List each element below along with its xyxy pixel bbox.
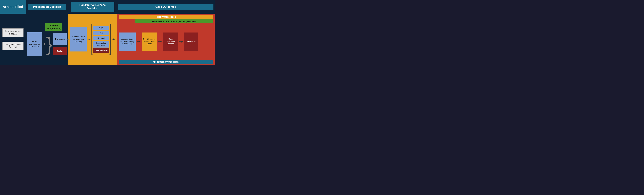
main-container: Arrests Filed Prosecution Decision Bail/… (0, 0, 215, 65)
section-prosecution: Diversion Programming Arrest reviewed by… (26, 14, 68, 65)
felony-track-text: Felony Cases Track (156, 16, 176, 18)
court-hearings-box: Court Hearings Motions Plea Offers (142, 33, 157, 51)
live-label: Live (Defendant in Custody) (5, 44, 21, 48)
live-box: Live (Defendant in Custody) (2, 42, 24, 50)
prosecute-label: Prosecute (55, 38, 65, 40)
supervision-box: Supervision/ Monitoring (93, 41, 110, 48)
outcomes-header-box: Case Outcomes (118, 4, 214, 10)
arrest-reviewed-box: Arrest reviewed by prosecutor (27, 32, 42, 56)
supreme-court-label: Supreme Court Indictment Felony Cases On… (120, 38, 134, 45)
felony-track-label: Felony Cases Track (119, 15, 213, 19)
bail-label: Bail (100, 32, 103, 34)
bail-option-box: Bail (93, 31, 110, 35)
sentencing-box: Sentencing (184, 33, 198, 51)
header-prosecution: Prosecution Decision (26, 0, 68, 14)
ror-label: ROR (99, 27, 104, 29)
court-hearings-label: Court Hearings Motions Plea Offers (143, 38, 156, 45)
section-outcomes: Felony Cases Track Alternative to Incarc… (117, 14, 215, 65)
bail-header-box: Bail/Pretrial Release Decision (71, 2, 114, 12)
ati-label: Alternative to Incarceration (ATI) Progr… (152, 20, 196, 23)
content-row: Desk Appearance Ticket (DAT) Live (Defen… (0, 14, 215, 65)
ror-box: ROR (93, 26, 110, 30)
case-disposition-label: Case Disposition/ Outcome (164, 38, 177, 45)
arrests-title: Arrests Filed (3, 5, 23, 9)
supervision-label: Supervision/ Monitoring (96, 42, 106, 46)
header-bail: Bail/Pretrial Release Decision (68, 0, 117, 14)
decline-label: Decline (56, 50, 64, 52)
dat-box: Desk Appearance Ticket (DAT) (2, 28, 24, 37)
prosecute-box: Prosecute (53, 33, 66, 45)
sentencing-label: Sentencing (186, 40, 196, 43)
case-disposition-box: Case Disposition/ Outcome (163, 33, 178, 51)
arraignment-box: Criminal Court Arraignment Hearing (70, 27, 87, 52)
decline-box: Decline (53, 47, 66, 55)
section-arrests: Desk Appearance Ticket (DAT) Live (Defen… (0, 14, 26, 65)
case-resolved-box: Case Resolved (93, 48, 110, 53)
ati-box: Alternative to Incarceration (ATI) Progr… (134, 20, 213, 23)
diversion-label: Diversion Programming (47, 25, 61, 30)
case-resolved-label: Case Resolved (94, 49, 108, 52)
bail-title: Bail/Pretrial Release Decision (79, 4, 106, 10)
prosecution-header-box: Prosecution Decision (28, 4, 66, 10)
header-row: Arrests Filed Prosecution Decision Bail/… (0, 0, 215, 14)
header-arrests: Arrests Filed (0, 0, 26, 14)
arraignment-label: Criminal Court Arraignment Hearing (72, 36, 85, 43)
header-outcomes: Case Outcomes (117, 0, 215, 14)
dat-label: Desk Appearance Ticket (DAT) (5, 30, 21, 35)
supreme-court-box: Supreme Court Indictment Felony Cases On… (119, 33, 136, 51)
section-bail: Criminal Court Arraignment Hearing ROR (68, 14, 117, 65)
misdemeanor-track-label: Misdemeanor Case Track (119, 60, 213, 64)
arrest-reviewed-label: Arrest reviewed by prosecutor (28, 40, 41, 48)
remand-box: Remand (93, 36, 110, 40)
misdemeanor-track-text: Misdemeanor Case Track (153, 61, 178, 63)
prosecution-title: Prosecution Decision (33, 5, 61, 8)
diversion-box: Diversion Programming (45, 23, 62, 31)
remand-label: Remand (98, 37, 105, 39)
outcomes-title: Case Outcomes (155, 5, 176, 8)
